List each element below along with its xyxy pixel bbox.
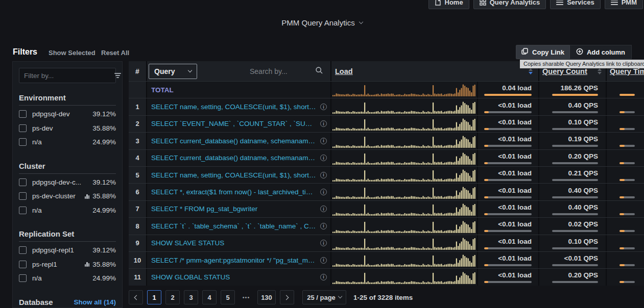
row-number: 4 bbox=[129, 150, 147, 166]
table-row[interactable]: 6SELECT *, extract($1 from now() - last_… bbox=[129, 184, 644, 200]
page-button-2[interactable]: 2 bbox=[165, 290, 180, 304]
query-link[interactable]: SELECT /* pmm-agent:pgstatmonitor */ "pg… bbox=[151, 256, 317, 264]
query-analytics-table: # Query Load Query Count Query Time TOTA… bbox=[129, 61, 644, 286]
info-icon[interactable]: i bbox=[320, 104, 327, 110]
table-row[interactable]: 8SELECT `t` . `table_schema` , `t` . `ta… bbox=[129, 218, 644, 235]
query-time-cell bbox=[607, 150, 644, 166]
query-count-cell-bar bbox=[552, 230, 598, 232]
load-sort-link[interactable]: Load bbox=[335, 67, 353, 75]
filter-item-pdpgsql-dev[interactable]: pdpgsql-dev39.12% bbox=[19, 107, 116, 121]
table-row[interactable]: 7SELECT * FROM pg_stat_bgwriteri<0.01 lo… bbox=[129, 201, 644, 218]
checkbox[interactable] bbox=[19, 246, 27, 254]
query-count-cell-value: 0.40 QPS bbox=[568, 186, 598, 195]
grid-icon bbox=[480, 0, 486, 6]
nav-button-services[interactable]: Services bbox=[550, 0, 601, 9]
info-icon[interactable]: i bbox=[320, 274, 327, 280]
query-count-sort-icon[interactable] bbox=[598, 68, 602, 74]
column-header-number: # bbox=[129, 61, 147, 81]
filter-item-n-a[interactable]: n/a24.99% bbox=[19, 135, 116, 149]
checkbox[interactable] bbox=[19, 207, 27, 214]
page-button-1[interactable]: 1 bbox=[147, 290, 161, 304]
info-icon[interactable]: i bbox=[320, 223, 327, 229]
table-row[interactable]: 4SELECT current_database() datname, sche… bbox=[129, 150, 644, 167]
table-row[interactable]: 10SELECT /* pmm-agent:pgstatmonitor */ "… bbox=[129, 252, 644, 269]
checkbox[interactable] bbox=[19, 274, 27, 282]
query-count-cell: 0.40 QPS bbox=[539, 98, 607, 115]
query-count-cell-value: 0.20 QPS bbox=[568, 271, 598, 279]
nav-button-label: Home bbox=[445, 0, 463, 6]
chevron-down-icon[interactable] bbox=[359, 19, 363, 23]
table-row[interactable]: 5SELECT name, setting, COALESCE(unit, $1… bbox=[129, 167, 644, 184]
bar-fill bbox=[484, 281, 488, 283]
filter-item-pdpgsql-dev-c-[interactable]: pdpgsql-dev-c...39.12% bbox=[19, 175, 116, 190]
info-icon[interactable]: i bbox=[320, 240, 327, 246]
load-cell: <0.01 load bbox=[478, 98, 539, 115]
info-icon[interactable]: i bbox=[320, 138, 327, 144]
checkbox[interactable] bbox=[19, 192, 27, 200]
table-row[interactable]: 2SELECT `EVENT_NAME` , `COUNT_STAR` , `S… bbox=[129, 116, 644, 133]
info-icon[interactable]: i bbox=[320, 257, 327, 264]
table-row[interactable]: 1SELECT name, setting, COALESCE(unit, $1… bbox=[129, 98, 644, 115]
query-link[interactable]: SHOW SLAVE STATUS bbox=[151, 239, 317, 247]
query-link[interactable]: SELECT `EVENT_NAME` , `COUNT_STAR` , `SU… bbox=[151, 120, 317, 127]
search-input[interactable] bbox=[250, 67, 312, 75]
page-button-5[interactable]: 5 bbox=[221, 290, 235, 304]
filter-item-ps-dev-cluster[interactable]: ps-dev-cluster35.88% bbox=[19, 189, 116, 203]
page-size-select[interactable]: 25 / page bbox=[302, 290, 346, 304]
page-button-4[interactable]: 4 bbox=[202, 290, 217, 304]
checkbox[interactable] bbox=[19, 178, 27, 186]
filter-section-heading-cluster: Cluster bbox=[19, 162, 116, 170]
table-row[interactable]: 11SHOW GLOBAL STATUSi<0.01 load0.20 QPS bbox=[129, 269, 644, 286]
checkbox[interactable] bbox=[19, 138, 27, 146]
info-icon[interactable]: i bbox=[320, 120, 327, 127]
query-cell: SELECT current_database() datname, schem… bbox=[147, 150, 331, 166]
query-link[interactable]: SELECT name, setting, COALESCE(unit, $1)… bbox=[151, 103, 317, 111]
load-sort-icon[interactable] bbox=[529, 68, 533, 74]
query-link[interactable]: TOTAL bbox=[151, 86, 327, 94]
query-link[interactable]: SELECT name, setting, COALESCE(unit, $1)… bbox=[151, 171, 317, 179]
checkbox[interactable] bbox=[19, 110, 27, 118]
info-icon[interactable]: i bbox=[320, 206, 327, 212]
nav-button-home[interactable]: Home bbox=[428, 0, 469, 9]
checkbox[interactable] bbox=[19, 261, 27, 268]
query-column-dropdown[interactable]: Query bbox=[149, 64, 197, 79]
query-link[interactable]: SELECT *, extract($1 from now() - last_a… bbox=[151, 188, 317, 196]
search-icon[interactable] bbox=[315, 66, 323, 76]
filter-item-ps-repl1[interactable]: ps-repl135.88% bbox=[19, 258, 116, 272]
nav-button-pmm[interactable]: PMM bbox=[605, 0, 643, 9]
filter-item-ps-dev[interactable]: ps-dev35.88% bbox=[19, 121, 116, 136]
info-icon[interactable]: i bbox=[320, 172, 327, 178]
prev-page-button[interactable] bbox=[129, 290, 143, 304]
query-link[interactable]: SELECT current_database() datname, schem… bbox=[151, 154, 317, 162]
filter-item-n-a[interactable]: n/a24.99% bbox=[19, 203, 116, 218]
load-cell-value: <0.01 load bbox=[498, 254, 532, 263]
table-row[interactable]: 9SHOW SLAVE STATUSi<0.01 load0.10 QPS bbox=[129, 235, 644, 252]
load-cell-bar bbox=[484, 111, 532, 113]
checkbox[interactable] bbox=[19, 124, 27, 132]
show-all-link[interactable]: Show all (14) bbox=[74, 298, 116, 306]
query-link[interactable]: SELECT * FROM pg_stat_bgwriter bbox=[151, 205, 317, 213]
copy-link-button[interactable]: Copy Link bbox=[516, 45, 570, 59]
query-link[interactable]: SELECT current_database() datname, schem… bbox=[151, 137, 317, 145]
bar-fill bbox=[619, 281, 624, 283]
show-selected-link[interactable]: Show Selected bbox=[49, 49, 96, 57]
query-link[interactable]: SELECT `t` . `table_schema` , `t` . `tab… bbox=[151, 222, 317, 230]
add-column-button[interactable]: Add column bbox=[570, 45, 632, 59]
query-count-cell-bar bbox=[552, 196, 598, 198]
query-count-cell: 186.26 QPS bbox=[539, 82, 607, 98]
reset-all-link[interactable]: Reset All bbox=[101, 49, 129, 57]
nav-button-query-analytics[interactable]: Query Analytics bbox=[473, 0, 546, 9]
query-link[interactable]: SHOW GLOBAL STATUS bbox=[151, 273, 317, 281]
table-row-total[interactable]: TOTAL0.04 load186.26 QPS bbox=[129, 82, 644, 98]
next-page-button[interactable] bbox=[280, 290, 294, 304]
info-icon[interactable]: i bbox=[320, 189, 327, 195]
filter-search-input[interactable] bbox=[24, 72, 114, 80]
query-cell: SELECT `t` . `table_schema` , `t` . `tab… bbox=[147, 218, 331, 234]
page-button-3[interactable]: 3 bbox=[184, 290, 198, 304]
page-button-130[interactable]: 130 bbox=[257, 290, 276, 304]
filter-item-n-a[interactable]: n/a24.99% bbox=[19, 271, 116, 286]
pagination-ellipsis[interactable]: ••• bbox=[239, 294, 253, 300]
info-icon[interactable]: i bbox=[320, 155, 327, 161]
table-row[interactable]: 3SELECT current_database() datname, sche… bbox=[129, 133, 644, 149]
filter-item-pdpgsql-repl1[interactable]: pdpgsql-repl139.12% bbox=[19, 243, 116, 258]
